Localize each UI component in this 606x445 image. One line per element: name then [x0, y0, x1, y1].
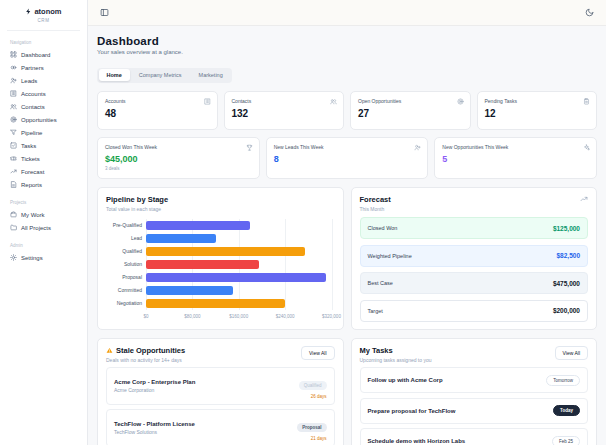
- sidebar-item-dashboard[interactable]: Dashboard: [0, 48, 87, 61]
- sidebar-item-accounts[interactable]: Accounts: [0, 87, 87, 100]
- forecast-panel-title: Forecast: [360, 195, 391, 204]
- sidebar-item-reports[interactable]: Reports: [0, 178, 87, 191]
- sparkles-icon: [583, 144, 590, 151]
- sidebar-item-label: Pipeline: [21, 130, 42, 136]
- stat-label: Pending Tasks: [485, 98, 590, 104]
- forecast-row-weighted-pipeline: Weighted Pipeline$82,500: [360, 245, 589, 267]
- forecast-panel-subtitle: This Month: [360, 206, 391, 212]
- chart-track: [146, 219, 332, 232]
- opportunities-icon: [10, 116, 17, 123]
- pipeline-icon: [10, 129, 17, 136]
- chart-track: [146, 232, 332, 245]
- highlight-value: $45,000: [105, 154, 252, 164]
- leads-icon: [10, 77, 17, 84]
- theme-toggle-button[interactable]: [583, 6, 596, 19]
- chart-row-qualified: Qualified: [106, 245, 335, 258]
- chart-row-solution: Solution: [106, 258, 335, 271]
- task-row[interactable]: Prepare proposal for TechFlowToday: [360, 398, 589, 424]
- main-column: Dashboard Your sales overview at a glanc…: [88, 0, 606, 445]
- app-window: atonom CRM NavigationDashboardPartnersLe…: [0, 0, 606, 445]
- logo-text: atonom: [34, 7, 61, 16]
- chart-track: [146, 245, 332, 258]
- tab-marketing[interactable]: Marketing: [191, 69, 231, 81]
- chart-bar-negotiation: [146, 299, 285, 308]
- highlight-card-closed-won-this-week: Closed Won This Week$45,0003 deals: [97, 137, 260, 179]
- sidebar-item-label: Dashboard: [21, 52, 50, 58]
- logo: atonom CRM: [7, 7, 80, 31]
- sidebar-section-label: Navigation: [10, 40, 77, 45]
- stat-value: 132: [232, 108, 337, 119]
- forecast-row-label: Closed Won: [368, 225, 398, 231]
- sidebar-item-contacts[interactable]: Contacts: [0, 100, 87, 113]
- highlight-subtext: 3 deals: [105, 166, 252, 171]
- pipeline-panel: Pipeline by Stage Total value in each st…: [97, 187, 344, 330]
- logo-subtitle: CRM: [7, 18, 80, 23]
- my-work-icon: [10, 211, 17, 218]
- sidebar-item-tickets[interactable]: Tickets: [0, 152, 87, 165]
- opportunity-company: Acme Corporation: [114, 387, 195, 393]
- sidebar-item-label: Tickets: [21, 156, 40, 162]
- trophy-icon: [246, 144, 253, 151]
- dashboard-content: Dashboard Your sales overview at a glanc…: [88, 26, 606, 445]
- stat-value: 12: [485, 108, 590, 119]
- sidebar-item-forecast[interactable]: Forecast: [0, 165, 87, 178]
- chart-row-lead: Lead: [106, 232, 335, 245]
- chart-row-negotiation: Negotiation: [106, 297, 335, 310]
- sidebar-item-label: Tasks: [21, 143, 36, 149]
- forecast-icon: [10, 168, 17, 175]
- stale-panel-subtitle: Deals with no activity for 14+ days: [106, 357, 185, 363]
- tickets-icon: [10, 155, 17, 162]
- highlight-label: Closed Won This Week: [105, 144, 252, 150]
- sidebar-item-label: Opportunities: [21, 117, 57, 123]
- task-due-badge: Feb 25: [552, 436, 580, 445]
- highlight-value: 5: [442, 154, 589, 164]
- task-row[interactable]: Schedule demo with Horizon LabsFeb 25: [360, 428, 589, 445]
- chart-bar-committed: [146, 286, 233, 295]
- tasks-view-all-button[interactable]: View All: [555, 346, 588, 360]
- sidebar-item-label: Accounts: [21, 91, 46, 97]
- task-due-badge: Today: [553, 405, 580, 416]
- sidebar-item-partners[interactable]: Partners: [0, 61, 87, 74]
- all-projects-icon: [10, 224, 17, 231]
- forecast-row-value: $125,000: [553, 225, 580, 232]
- chart-bar-solution: [146, 260, 259, 269]
- chart-tick-label: $320,000: [322, 314, 341, 319]
- chart-category-label: Committed: [106, 287, 146, 293]
- user-plus-icon: [414, 144, 421, 151]
- sidebar-item-label: Partners: [21, 65, 44, 71]
- stale-panel-title: Stale Opportunities: [116, 346, 185, 355]
- tab-company-metrics[interactable]: Company Metrics: [131, 69, 190, 81]
- forecast-row-best-case: Best Case$475,000: [360, 272, 589, 294]
- trending-up-icon: [580, 195, 588, 203]
- sidebar-item-all-projects[interactable]: All Projects: [0, 221, 87, 234]
- stage-badge: Proposal: [297, 423, 326, 432]
- sidebar-item-settings[interactable]: Settings: [0, 251, 87, 264]
- forecast-row-value: $475,000: [553, 280, 580, 287]
- sidebar-item-leads[interactable]: Leads: [0, 74, 87, 87]
- forecast-row-value: $200,000: [553, 307, 580, 314]
- sidebar-item-my-work[interactable]: My Work: [0, 208, 87, 221]
- contacts-icon: [10, 103, 17, 110]
- highlight-label: New Opportunities This Week: [442, 144, 589, 150]
- chart-x-axis: $0$80,000$160,000$240,000$320,000: [146, 313, 332, 322]
- sidebar-item-opportunities[interactable]: Opportunities: [0, 113, 87, 126]
- stage-badge: Qualified: [299, 381, 327, 390]
- forecast-row-label: Weighted Pipeline: [368, 253, 412, 259]
- sidebar-item-label: All Projects: [21, 225, 51, 231]
- tab-home[interactable]: Home: [99, 69, 130, 81]
- stale-opportunity-row[interactable]: Acme Corp - Enterprise PlanAcme Corporat…: [106, 367, 335, 405]
- forecast-row-label: Best Case: [368, 280, 393, 286]
- sidebar-item-tasks[interactable]: Tasks: [0, 139, 87, 152]
- charts-row: Pipeline by Stage Total value in each st…: [97, 187, 597, 330]
- sidebar-item-label: Contacts: [21, 104, 45, 110]
- chart-row-committed: Committed: [106, 284, 335, 297]
- sidebar-item-pipeline[interactable]: Pipeline: [0, 126, 87, 139]
- stale-view-all-button[interactable]: View All: [301, 346, 334, 360]
- task-row[interactable]: Follow up with Acme CorpTomorrow: [360, 367, 589, 393]
- lists-row: Stale Opportunities Deals with no activi…: [97, 338, 597, 445]
- sidebar-toggle-button[interactable]: [98, 6, 111, 19]
- stale-opportunity-row[interactable]: TechFlow - Platform LicenseTechFlow Solu…: [106, 409, 335, 445]
- chart-category-label: Negotiation: [106, 300, 146, 306]
- partners-icon: [10, 64, 17, 71]
- chart-category-label: Proposal: [106, 274, 146, 280]
